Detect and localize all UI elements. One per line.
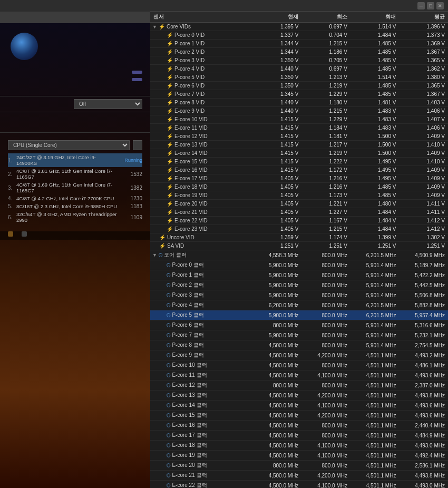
sensor-max: 4,501.1 MHz xyxy=(350,411,400,421)
sensor-name: © P-core 4 클럭 xyxy=(160,301,250,309)
table-row[interactable]: ⚡ Uncore VID 1.359 V 1.174 V 1.399 V 1.3… xyxy=(150,233,448,242)
table-row[interactable]: ⚡ E-core 14 VID 1.415 V 1.219 V 1.500 V … xyxy=(150,149,448,158)
rank-num: 2. xyxy=(8,171,14,177)
table-row[interactable]: ⚡ E-core 12 VID 1.415 V 1.181 V 1.500 V … xyxy=(150,132,448,141)
table-row[interactable]: ⚡ P-core 5 VID 1.350 V 1.213 V 1.514 V 1… xyxy=(150,73,448,82)
single-core-start-button[interactable] xyxy=(132,78,142,81)
sensor-current: 4,500.0 MHz xyxy=(253,411,302,421)
table-row[interactable]: ⚡ P-core 8 VID 1.440 V 1.180 V 1.481 V 1… xyxy=(150,99,448,107)
table-row[interactable]: © E-core 11 클럭 4,500.0 MHz 4,100.0 MHz 4… xyxy=(150,370,448,380)
table-row[interactable]: © P-core 3 클럭 5,900.0 MHz 800.0 MHz 5,90… xyxy=(150,290,448,300)
sensor-min: 1.219 V xyxy=(301,149,350,158)
bolt-icon: ⚡ xyxy=(167,175,173,181)
sensor-name-cell: © P-core 6 클럭 xyxy=(150,320,253,330)
table-row[interactable]: ⚡ E-core 16 VID 1.415 V 1.172 V 1.495 V … xyxy=(150,166,448,174)
table-row[interactable]: ⚡ SA VID 1.251 V 1.251 V 1.251 V 1.251 V xyxy=(150,242,448,250)
sensor-avg: 4,493.6 MHz xyxy=(399,370,448,380)
table-row[interactable]: ⚡ E-core 10 VID 1.415 V 1.229 V 1.483 V … xyxy=(150,115,448,124)
table-row[interactable]: ▼ © 코어 클럭 4,558.3 MHz 800.0 MHz 6,201.5 … xyxy=(150,250,448,260)
sensor-avg: 1.407 V xyxy=(399,115,448,124)
table-row[interactable]: ⚡ E-core 13 VID 1.415 V 1.217 V 1.500 V … xyxy=(150,141,448,149)
table-row[interactable]: © E-core 22 클럭 4,500.0 MHz 4,100.0 MHz 4… xyxy=(150,481,448,489)
table-row[interactable]: ⚡ E-core 9 VID 1.440 V 1.215 V 1.483 V 1… xyxy=(150,107,448,115)
sensor-current: 1.405 V xyxy=(253,217,302,225)
bolt-icon: ⚡ xyxy=(167,209,173,215)
maxon-footer xyxy=(0,231,150,240)
table-row[interactable]: © E-core 10 클럭 4,500.0 MHz 800.0 MHz 4,5… xyxy=(150,360,448,370)
table-row[interactable]: ⚡ E-core 23 VID 1.405 V 1.215 V 1.484 V … xyxy=(150,225,448,233)
table-row[interactable]: ⚡ E-core 18 VID 1.405 V 1.216 V 1.485 V … xyxy=(150,183,448,191)
table-row[interactable]: ⚡ P-core 4 VID 1.440 V 0.697 V 1.485 V 1… xyxy=(150,65,448,73)
table-row[interactable]: © P-core 7 클럭 5,900.0 MHz 800.0 MHz 5,90… xyxy=(150,330,448,340)
sensor-current: 4,500.0 MHz xyxy=(253,340,302,350)
sensor-max: 4,501.1 MHz xyxy=(350,391,400,401)
table-row[interactable]: © E-core 16 클럭 4,500.0 MHz 800.0 MHz 4,5… xyxy=(150,421,448,431)
test-duration-row: Off xyxy=(0,96,150,112)
sensor-min: 800.0 MHz xyxy=(301,421,350,431)
table-row[interactable]: ⚡ E-core 22 VID 1.405 V 1.167 V 1.484 V … xyxy=(150,217,448,225)
ranking-section: CPU (Single Core) 1. 24C/32T @ 3.19 GHz,… xyxy=(0,132,150,228)
rank-item: 3. 4C/8T @ 1.69 GHz, 11th Gen Intel Core… xyxy=(8,181,142,194)
table-row[interactable]: © E-core 9 클럭 4,500.0 MHz 4,200.0 MHz 4,… xyxy=(150,350,448,360)
table-row[interactable]: © E-core 20 클럭 800.0 MHz 800.0 MHz 4,501… xyxy=(150,461,448,471)
sensor-max: 1.485 V xyxy=(350,56,400,65)
table-row[interactable]: ⚡ P-core 2 VID 1.344 V 1.186 V 1.485 V 1… xyxy=(150,48,448,56)
ranking-filter-select[interactable]: CPU (Single Core) xyxy=(8,140,130,150)
table-row[interactable]: ⚡ E-core 21 VID 1.405 V 1.227 V 1.484 V … xyxy=(150,208,448,217)
bolt-icon: ⚡ xyxy=(159,24,165,30)
table-row[interactable]: © P-core 6 클럭 800.0 MHz 800.0 MHz 5,901.… xyxy=(150,320,448,330)
table-row[interactable]: ⚡ E-core 20 VID 1.405 V 1.221 V 1.480 V … xyxy=(150,200,448,208)
table-row[interactable]: © E-core 13 클럭 4,500.0 MHz 4,200.0 MHz 4… xyxy=(150,391,448,401)
sensor-name-cell: ⚡ E-core 9 VID xyxy=(150,107,253,115)
sensor-avg: 1.369 V xyxy=(399,40,448,48)
sensor-avg: 4,493.8 MHz xyxy=(399,391,448,401)
sensor-avg: 4,493.6 MHz xyxy=(399,401,448,411)
sensor-current: 1.415 V xyxy=(253,115,302,124)
expand-icon[interactable]: ▼ xyxy=(152,24,157,30)
rank-num: 3. xyxy=(8,185,14,191)
close-button[interactable]: ✕ xyxy=(436,2,444,9)
sensor-name-cell: ⚡ SA VID xyxy=(150,242,253,250)
table-row[interactable]: © E-core 17 클럭 4,500.0 MHz 800.0 MHz 4,5… xyxy=(150,431,448,441)
bolt-icon: ⚡ xyxy=(167,32,173,38)
sensor-min: 800.0 MHz xyxy=(301,360,350,370)
multi-core-start-button[interactable] xyxy=(132,71,142,74)
details-button[interactable] xyxy=(133,140,142,150)
duration-select[interactable]: Off xyxy=(74,99,142,109)
sensor-max: 1.483 V xyxy=(350,115,400,124)
table-row[interactable]: © P-core 5 클럭 5,900.0 MHz 800.0 MHz 6,20… xyxy=(150,310,448,320)
table-row[interactable]: © P-core 4 클럭 6,200.0 MHz 800.0 MHz 6,20… xyxy=(150,300,448,310)
maximize-button[interactable]: □ xyxy=(427,2,434,9)
sensor-min: 4,100.0 MHz xyxy=(301,451,350,461)
sensor-current: 1.251 V xyxy=(253,242,302,250)
table-row[interactable]: © E-core 18 클럭 4,500.0 MHz 4,100.0 MHz 4… xyxy=(150,441,448,451)
sensor-min: 1.217 V xyxy=(301,141,350,149)
table-row[interactable]: © P-core 0 클럭 5,900.0 MHz 800.0 MHz 5,90… xyxy=(150,260,448,270)
minimize-button[interactable]: ─ xyxy=(417,2,425,9)
table-row[interactable]: ⚡ P-core 7 VID 1.345 V 1.229 V 1.485 V 1… xyxy=(150,90,448,99)
table-row[interactable]: ▼ ⚡ Core VIDs 1.395 V 0.697 V 1.514 V 1.… xyxy=(150,23,448,31)
table-row[interactable]: ⚡ P-core 3 VID 1.350 V 0.705 V 1.485 V 1… xyxy=(150,56,448,65)
sensor-name-cell: ⚡ E-core 11 VID xyxy=(150,124,253,132)
table-row[interactable]: ⚡ E-core 11 VID 1.415 V 1.184 V 1.483 V … xyxy=(150,124,448,132)
table-row[interactable]: © P-core 2 클럭 5,900.0 MHz 800.0 MHz 5,90… xyxy=(150,280,448,290)
sensor-name: ⚡ E-core 13 VID xyxy=(160,142,250,148)
sensor-min: 4,100.0 MHz xyxy=(301,370,350,380)
table-row[interactable]: ⚡ P-core 0 VID 1.337 V 0.704 V 1.484 V 1… xyxy=(150,31,448,40)
expand-icon[interactable]: ▼ xyxy=(152,252,157,258)
table-row[interactable]: © E-core 21 클럭 4,500.0 MHz 4,200.0 MHz 4… xyxy=(150,471,448,481)
table-row[interactable]: © E-core 14 클럭 4,500.0 MHz 4,100.0 MHz 4… xyxy=(150,401,448,411)
table-row[interactable]: ⚡ P-core 1 VID 1.344 V 1.215 V 1.485 V 1… xyxy=(150,40,448,48)
table-row[interactable]: © P-core 8 클럭 4,500.0 MHz 800.0 MHz 5,90… xyxy=(150,340,448,350)
table-row[interactable]: ⚡ E-core 19 VID 1.405 V 1.173 V 1.485 V … xyxy=(150,191,448,200)
table-row[interactable]: © E-core 12 클럭 800.0 MHz 800.0 MHz 4,501… xyxy=(150,380,448,391)
table-row[interactable]: © E-core 19 클럭 4,500.0 MHz 4,100.0 MHz 4… xyxy=(150,451,448,461)
table-row[interactable]: ⚡ P-core 6 VID 1.350 V 1.219 V 1.485 V 1… xyxy=(150,82,448,90)
table-row[interactable]: ⚡ E-core 15 VID 1.415 V 1.222 V 1.495 V … xyxy=(150,158,448,166)
sensor-name-cell: ⚡ E-core 18 VID xyxy=(150,183,253,191)
sensor-name: © E-core 21 클럭 xyxy=(160,472,250,479)
sensor-table-container[interactable]: 센서 현재 최소 최대 평균 ▼ ⚡ Core VIDs 1.395 V 0.6… xyxy=(150,12,448,488)
table-row[interactable]: © E-core 15 클럭 4,500.0 MHz 4,200.0 MHz 4… xyxy=(150,411,448,421)
table-row[interactable]: ⚡ E-core 17 VID 1.405 V 1.216 V 1.495 V … xyxy=(150,174,448,183)
table-row[interactable]: © P-core 1 클럭 5,900.0 MHz 800.0 MHz 5,90… xyxy=(150,270,448,280)
